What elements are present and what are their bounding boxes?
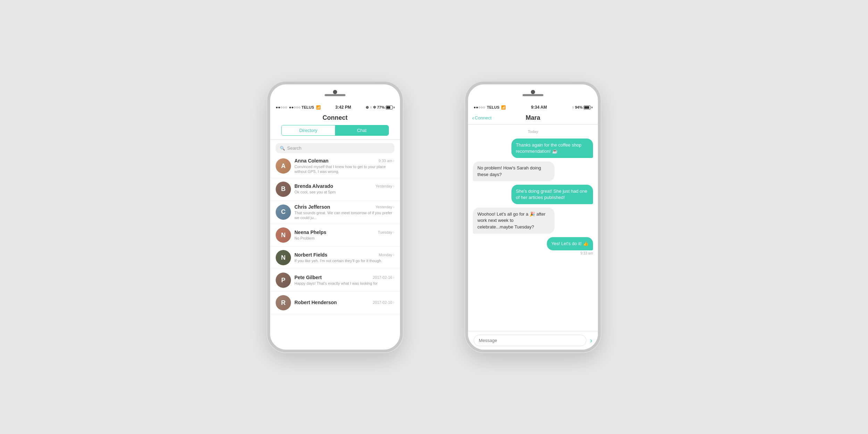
message-row-1: No problem! How's Sarah doing these days… bbox=[473, 161, 593, 181]
chat-name-anna: Anna Coleman bbox=[294, 158, 328, 164]
time-2: 9:34 AM bbox=[531, 105, 547, 110]
chat-name-brenda: Brenda Alvarado bbox=[294, 183, 333, 189]
chat-detail-header: ‹ Connect Mara bbox=[468, 111, 598, 125]
status-left-1: ●●○○○ ●●○○○ TELUS 📶 bbox=[276, 105, 321, 110]
battery-fill-1 bbox=[386, 106, 390, 109]
battery-pct-1: 77% bbox=[377, 105, 385, 109]
name-row-brenda: Brenda Alvarado Yesterday › bbox=[294, 183, 394, 189]
camera-dot bbox=[333, 90, 337, 94]
battery-tip-1 bbox=[394, 107, 394, 108]
name-row-chris: Chris Jefferson Yesterday › bbox=[294, 204, 394, 210]
name-row-neena: Neena Phelps Tuesday › bbox=[294, 229, 394, 235]
message-row-3: Woohoo! Let's all go for a 🎉 after work … bbox=[473, 208, 593, 234]
chevron-anna: › bbox=[393, 158, 394, 163]
chat-item-neena[interactable]: N Neena Phelps Tuesday › No Problem bbox=[270, 224, 400, 247]
chevron-pete: › bbox=[393, 275, 394, 280]
chevron-brenda: › bbox=[393, 184, 394, 189]
tab-bar-1[interactable]: Directory Chat bbox=[281, 125, 389, 136]
status-bar-2: ●●○○○ TELUS 📶 9:34 AM ↑ 94% bbox=[468, 103, 598, 111]
chat-time-norbert: Monday › bbox=[379, 252, 394, 257]
chevron-robert: › bbox=[393, 300, 394, 305]
tab-directory[interactable]: Directory bbox=[282, 125, 335, 135]
chat-time-robert: 2017-02-10 › bbox=[373, 300, 394, 305]
chat-name-robert: Robert Henderson bbox=[294, 300, 337, 305]
chat-time-pete: 2017-02-16 › bbox=[373, 275, 394, 280]
vol-up-btn-2 bbox=[465, 135, 466, 152]
avatar-pete: P bbox=[276, 273, 291, 288]
wifi-icon-1: 📶 bbox=[316, 105, 321, 110]
bubble-1: No problem! How's Sarah doing these days… bbox=[473, 161, 554, 181]
message-row-0: Thanks again for the coffee shop recomme… bbox=[473, 139, 593, 158]
battery-body-2 bbox=[584, 106, 591, 109]
mute-btn-2 bbox=[465, 119, 466, 130]
chevron-norbert: › bbox=[393, 252, 394, 257]
carrier-1: ●●○○○ TELUS bbox=[289, 105, 314, 109]
chat-info-anna: Anna Coleman 9:33 am › Convinced myself … bbox=[294, 158, 394, 174]
avatar-chris: C bbox=[276, 205, 291, 220]
chat-info-neena: Neena Phelps Tuesday › No Problem bbox=[294, 229, 394, 241]
chat-name-pete: Pete Gilbert bbox=[294, 275, 322, 280]
chat-info-brenda: Brenda Alvarado Yesterday › Ok cool, see… bbox=[294, 183, 394, 194]
phone1-top-bar bbox=[270, 84, 400, 103]
arrow-icon-2: ↑ bbox=[572, 105, 574, 109]
chat-preview-pete: Happy days! That's exactly what I was lo… bbox=[294, 281, 394, 286]
phones-container: ●●○○○ ●●○○○ TELUS 📶 3:42 PM ⊕ ↑ ✲ 77% bbox=[267, 82, 601, 352]
chat-name-chris: Chris Jefferson bbox=[294, 204, 330, 210]
chat-preview-neena: No Problem bbox=[294, 236, 394, 241]
chat-item-chris[interactable]: C Chris Jefferson Yesterday › That sound… bbox=[270, 201, 400, 224]
chat-time-neena: Tuesday › bbox=[378, 230, 394, 235]
search-placeholder-1: Search bbox=[287, 145, 301, 151]
avatar-robert: R bbox=[276, 295, 291, 310]
chat-time-chris: Yesterday › bbox=[375, 205, 394, 209]
name-row-anna: Anna Coleman 9:33 am › bbox=[294, 158, 394, 164]
send-button[interactable]: › bbox=[590, 336, 592, 344]
chat-list: A Anna Coleman 9:33 am › Convinced mysel… bbox=[270, 155, 400, 350]
phone1-screen: ●●○○○ ●●○○○ TELUS 📶 3:42 PM ⊕ ↑ ✲ 77% bbox=[270, 103, 400, 350]
chat-preview-norbert: If you like yeh. I'm not certain they'll… bbox=[294, 258, 394, 263]
tab-chat[interactable]: Chat bbox=[335, 125, 389, 135]
chat-preview-anna: Convinced myself that I knew how to get … bbox=[294, 164, 394, 174]
camera-dot-2 bbox=[531, 90, 535, 94]
app-title-1: Connect bbox=[276, 114, 394, 122]
app-header-1: Connect Directory Chat bbox=[270, 111, 400, 140]
chat-preview-brenda: Ok cool, see you at 5pm bbox=[294, 190, 394, 194]
chat-detail-title: Mara bbox=[526, 114, 540, 122]
chat-time-brenda: Yesterday › bbox=[375, 184, 394, 189]
chat-info-pete: Pete Gilbert 2017-02-16 › Happy days! Th… bbox=[294, 275, 394, 286]
carrier-2: TELUS bbox=[487, 105, 499, 109]
battery-fill-2 bbox=[584, 106, 589, 109]
phone2-top-bar bbox=[468, 84, 598, 103]
avatar-anna: A bbox=[276, 158, 291, 174]
mute-btn bbox=[267, 119, 268, 130]
avatar-norbert: N bbox=[276, 250, 291, 265]
wifi-icon-2: 📶 bbox=[501, 105, 506, 110]
date-label: Today bbox=[473, 130, 593, 134]
back-label: Connect bbox=[475, 115, 491, 120]
back-button[interactable]: ‹ Connect bbox=[472, 115, 492, 121]
bubble-0: Thanks again for the coffee shop recomme… bbox=[511, 139, 593, 158]
chat-item-brenda[interactable]: B Brenda Alvarado Yesterday › Ok cool, s… bbox=[270, 178, 400, 201]
message-input[interactable] bbox=[474, 335, 586, 346]
chat-item-anna[interactable]: A Anna Coleman 9:33 am › Convinced mysel… bbox=[270, 155, 400, 178]
location-icon-1: ⊕ bbox=[366, 105, 369, 110]
signal-indicator-1: ●●○○○ bbox=[276, 105, 287, 109]
search-bar-1[interactable]: 🔍 Search bbox=[276, 143, 394, 153]
chat-info-robert: Robert Henderson 2017-02-10 › bbox=[294, 300, 394, 306]
chat-item-norbert[interactable]: N Norbert Fields Monday › If you like ye… bbox=[270, 247, 400, 269]
speaker-bar-2 bbox=[523, 94, 543, 96]
battery-body-1 bbox=[386, 106, 393, 109]
chat-item-robert[interactable]: R Robert Henderson 2017-02-10 › bbox=[270, 292, 400, 314]
battery-tip-2 bbox=[592, 107, 592, 108]
chat-preview-chris: That sounds great. We can meet tomorrow … bbox=[294, 210, 394, 220]
chat-item-pete[interactable]: P Pete Gilbert 2017-02-16 › Happy days! … bbox=[270, 269, 400, 292]
name-row-robert: Robert Henderson 2017-02-10 › bbox=[294, 300, 394, 305]
name-row-norbert: Norbert Fields Monday › bbox=[294, 252, 394, 258]
status-right-2: ↑ 94% bbox=[572, 105, 592, 109]
battery-pct-2: 94% bbox=[575, 105, 583, 109]
phone2-screen: ●●○○○ TELUS 📶 9:34 AM ↑ 94% ‹ bbox=[468, 103, 598, 350]
message-row-4: Yes! Let's do it! 👍 bbox=[473, 237, 593, 250]
avatar-neena: N bbox=[276, 227, 291, 243]
power-btn-2 bbox=[600, 138, 601, 162]
status-left-2: ●●○○○ TELUS 📶 bbox=[474, 105, 506, 110]
status-right-1: ⊕ ↑ ✲ 77% bbox=[366, 105, 394, 110]
